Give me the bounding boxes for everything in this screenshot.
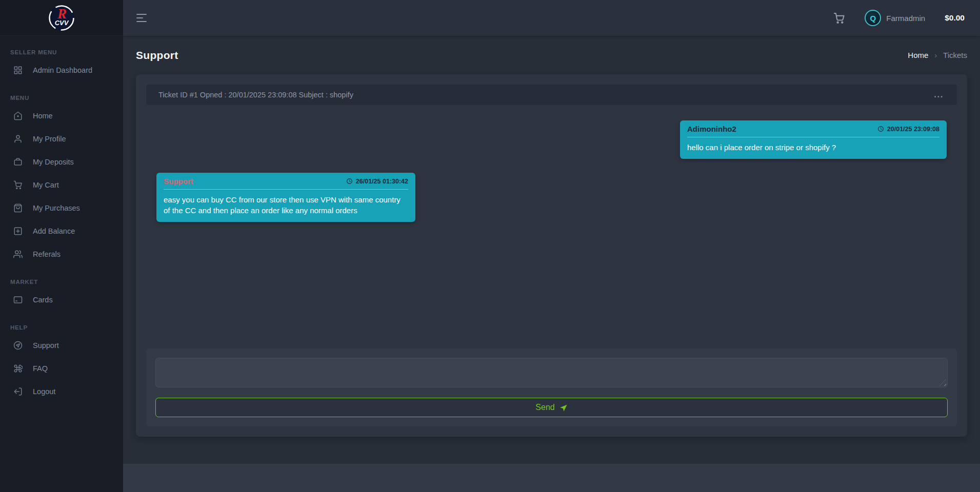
cart-icon — [13, 180, 23, 190]
sidebar-section-help: HELP — [10, 324, 123, 331]
username[interactable]: Farmadmin — [886, 14, 925, 23]
reply-input[interactable] — [155, 358, 948, 387]
sidebar-item-support[interactable]: Support — [0, 334, 123, 357]
clock-icon — [346, 178, 353, 184]
sidebar-item-label: FAQ — [33, 364, 48, 373]
message-time: 26/01/25 01:30:42 — [346, 178, 408, 185]
message-text: easy you can buy CC from our store then … — [156, 190, 415, 222]
sidebar-item-label: Add Balance — [33, 227, 75, 235]
ticket-title: Ticket ID #1 Opned : 20/01/2025 23:09:08… — [158, 91, 353, 99]
sidebar-item-my-cart[interactable]: My Cart — [0, 173, 123, 196]
user-avatar[interactable]: Q — [865, 10, 881, 26]
menu-toggle-button[interactable] — [133, 11, 150, 26]
brand-logo-icon: R CVV — [48, 5, 75, 31]
main-content: Support Home › Tickets Ticket ID #1 Opne… — [123, 36, 980, 492]
chat-message-support: Support 26/01/25 01:30:42 easy you can b… — [156, 173, 415, 222]
users-icon — [13, 250, 23, 259]
shopping-bag-icon — [13, 203, 23, 213]
home-icon — [13, 111, 23, 120]
sidebar-item-my-deposits[interactable]: My Deposits — [0, 150, 123, 173]
sidebar-section-market: MARKET — [10, 279, 123, 285]
user-icon — [13, 134, 23, 144]
breadcrumb-home[interactable]: Home — [908, 51, 928, 59]
send-circle-icon — [13, 341, 23, 350]
message-text: hello can i place order on stripe or sho… — [680, 137, 947, 159]
sidebar-item-my-profile[interactable]: My Profile — [0, 127, 123, 150]
sidebar-item-home[interactable]: Home — [0, 104, 123, 127]
balance-amount: $0.00 — [945, 13, 965, 23]
sidebar-item-my-purchases[interactable]: My Purchases — [0, 196, 123, 219]
briefcase-icon — [13, 157, 23, 167]
sidebar-item-label: My Profile — [33, 135, 66, 143]
ticket-actions-button[interactable]: ... — [933, 91, 945, 99]
message-author: Support — [164, 177, 193, 186]
logout-icon — [13, 387, 23, 396]
command-icon — [13, 364, 23, 373]
sidebar-item-label: My Cart — [33, 181, 59, 189]
sidebar-item-add-balance[interactable]: Add Balance — [0, 219, 123, 242]
ticket-panel: Ticket ID #1 Opned : 20/01/2025 23:09:08… — [136, 74, 967, 437]
paper-plane-icon — [559, 403, 568, 412]
topbar: Q Farmadmin $0.00 — [123, 0, 980, 36]
chat-message-user: Adimoninho2 20/01/25 23:09:08 hello can … — [680, 120, 947, 159]
topbar-cart-icon[interactable] — [833, 12, 845, 24]
sidebar-item-label: My Deposits — [33, 158, 74, 166]
logo-name: CVV — [55, 19, 69, 27]
sidebar: R CVV SELLER MENU Admin Dashboard MENU H… — [0, 0, 123, 492]
footer — [123, 464, 980, 492]
ticket-header-bar: Ticket ID #1 Opned : 20/01/2025 23:09:08… — [146, 85, 957, 105]
sidebar-item-faq[interactable]: FAQ — [0, 357, 123, 380]
sidebar-section-seller-menu: SELLER MENU — [10, 49, 123, 55]
page-title: Support — [136, 49, 178, 61]
breadcrumb-tickets[interactable]: Tickets — [943, 51, 967, 59]
sidebar-item-admin-dashboard[interactable]: Admin Dashboard — [0, 58, 123, 81]
brand-logo[interactable]: R CVV — [0, 0, 123, 36]
sidebar-item-label: My Purchases — [33, 204, 80, 212]
plus-square-icon — [13, 227, 23, 236]
breadcrumb: Home › Tickets — [908, 51, 967, 59]
send-button-label: Send — [535, 403, 554, 412]
sidebar-item-referals[interactable]: Referals — [0, 242, 123, 265]
send-button[interactable]: Send — [155, 398, 948, 417]
sidebar-item-label: Cards — [33, 296, 53, 304]
avatar-letter: Q — [870, 14, 876, 23]
message-time: 20/01/25 23:09:08 — [877, 126, 939, 133]
chat-area: Adimoninho2 20/01/25 23:09:08 hello can … — [146, 105, 957, 340]
dashboard-icon — [13, 66, 23, 75]
sidebar-item-logout[interactable]: Logout — [0, 380, 123, 403]
reply-form: Send — [146, 348, 957, 426]
sidebar-item-cards[interactable]: Cards — [0, 288, 123, 311]
sidebar-item-label: Home — [33, 112, 53, 120]
sidebar-item-label: Support — [33, 341, 59, 350]
sidebar-section-menu: MENU — [10, 95, 123, 101]
chevron-right-icon: › — [934, 51, 937, 59]
message-author: Adimoninho2 — [687, 125, 736, 133]
clock-icon — [877, 126, 884, 132]
sidebar-item-label: Admin Dashboard — [33, 66, 92, 74]
sidebar-item-label: Referals — [33, 250, 61, 258]
credit-card-icon — [13, 295, 23, 304]
sidebar-item-label: Logout — [33, 387, 55, 396]
